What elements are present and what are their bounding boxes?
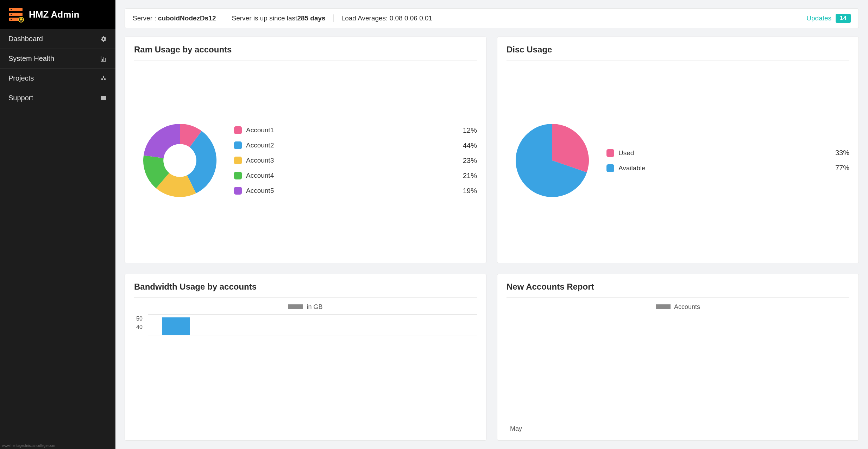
card-ram-usage: Ram Usage by accounts xyxy=(125,37,486,263)
legend-item: Account1 12% xyxy=(234,126,477,134)
swatch-icon xyxy=(234,126,242,134)
y-axis: 50 40 xyxy=(134,314,145,334)
accounts-legend: Accounts xyxy=(656,303,700,311)
card-title: Disc Usage xyxy=(507,45,849,61)
legend-label: Account2 xyxy=(246,141,463,149)
bars-area xyxy=(148,314,477,335)
legend-label: in GB xyxy=(307,303,322,311)
legend-label: Available xyxy=(618,164,835,172)
server-logo-icon xyxy=(8,6,24,23)
legend-value: 44% xyxy=(463,141,477,150)
legend-item: Available 77% xyxy=(606,164,849,172)
swatch-icon xyxy=(234,172,242,179)
nav-system-health[interactable]: System Health xyxy=(0,49,115,69)
legend-value: 12% xyxy=(463,126,477,134)
brand-title: HMZ Admin xyxy=(29,9,79,20)
topbar-left: Server : cuboidNodezDs12 Server is up si… xyxy=(133,14,440,22)
sidebar: HMZ Admin Dashboard System Health Projec… xyxy=(0,0,115,449)
svg-point-8 xyxy=(163,144,196,177)
swatch-icon xyxy=(606,164,614,172)
bar-chart-icon xyxy=(100,55,107,62)
legend-label: Account1 xyxy=(246,126,463,134)
watermark: www.heritagechristiancollege.com xyxy=(2,444,55,448)
main: Server : cuboidNodezDs12 Server is up si… xyxy=(115,0,868,449)
bandwidth-barplot: 50 40 xyxy=(134,314,477,433)
updates-badge: 14 xyxy=(836,14,851,23)
legend-value: 33% xyxy=(835,149,849,157)
nav-projects[interactable]: Projects xyxy=(0,69,115,88)
card-disc-usage: Disc Usage Used 33% xyxy=(497,37,859,263)
legend-item: Account5 19% xyxy=(234,187,477,195)
swatch-icon xyxy=(234,187,242,195)
card-bandwidth: Bandwidth Usage by accounts in GB 50 40 xyxy=(125,274,486,441)
server-label: Server : xyxy=(133,14,158,22)
legend-label: Account4 xyxy=(246,172,463,179)
brand: HMZ Admin xyxy=(0,0,115,29)
uptime-cell: Server is up since last285 days xyxy=(224,14,334,22)
nav-dashboard[interactable]: Dashboard xyxy=(0,29,115,49)
card-title: Ram Usage by accounts xyxy=(134,45,477,61)
updates-label: Updates xyxy=(806,14,831,22)
server-name: cuboidNodezDs12 xyxy=(158,14,216,22)
svg-point-5 xyxy=(11,19,12,20)
legend-item: Used 33% xyxy=(606,149,849,157)
ram-legend: Account1 12% Account2 44% Account3 23% xyxy=(234,126,477,195)
nav-label: Projects xyxy=(8,74,34,82)
disc-pie-chart xyxy=(507,115,598,206)
card-title: New Accounts Report xyxy=(507,282,849,298)
legend-item: Account4 21% xyxy=(234,172,477,180)
legend-value: 19% xyxy=(463,187,477,195)
nav-label: Dashboard xyxy=(8,35,43,43)
card-new-accounts: New Accounts Report Accounts May xyxy=(497,274,859,441)
legend-label: Account5 xyxy=(246,187,463,195)
nav: Dashboard System Health Projects Support xyxy=(0,29,115,108)
legend-swatch-icon xyxy=(656,304,671,309)
uptime-prefix: Server is up since last xyxy=(232,14,297,22)
card-grid: Ram Usage by accounts xyxy=(125,37,859,441)
legend-swatch-icon xyxy=(288,304,303,309)
legend-label: Used xyxy=(618,149,835,157)
swatch-icon xyxy=(606,149,614,157)
envelope-icon xyxy=(100,95,107,102)
nav-label: Support xyxy=(8,94,33,102)
legend-item: Account3 23% xyxy=(234,157,477,165)
nav-label: System Health xyxy=(8,55,54,63)
legend-value: 77% xyxy=(835,164,849,172)
card-title: Bandwidth Usage by accounts xyxy=(134,282,477,298)
sitemap-icon xyxy=(100,75,107,82)
disc-legend: Used 33% Available 77% xyxy=(606,149,849,172)
updates[interactable]: Updates 14 xyxy=(806,14,851,23)
legend-item: Account2 44% xyxy=(234,141,477,150)
legend-value: 21% xyxy=(463,172,477,180)
svg-point-4 xyxy=(11,14,12,15)
swatch-icon xyxy=(234,141,242,149)
swatch-icon xyxy=(234,157,242,164)
legend-value: 23% xyxy=(463,157,477,165)
y-tick: 40 xyxy=(136,324,143,333)
uptime-days: 285 days xyxy=(297,14,325,22)
gears-icon xyxy=(100,36,107,43)
svg-point-3 xyxy=(11,9,12,10)
bandwidth-legend: in GB xyxy=(288,303,322,311)
y-tick: 50 xyxy=(136,316,143,324)
nav-support[interactable]: Support xyxy=(0,88,115,108)
legend-label: Accounts xyxy=(674,303,700,311)
bar xyxy=(162,317,190,335)
legend-label: Account3 xyxy=(246,157,463,164)
load-label: Load Averages: 0.08 0.06 0.01 xyxy=(341,14,432,22)
server-name-cell: Server : cuboidNodezDs12 xyxy=(133,14,224,22)
ram-donut-chart xyxy=(134,115,226,206)
topbar: Server : cuboidNodezDs12 Server is up si… xyxy=(125,8,859,28)
month-tick: May xyxy=(507,425,522,432)
load-cell: Load Averages: 0.08 0.06 0.01 xyxy=(334,14,440,22)
